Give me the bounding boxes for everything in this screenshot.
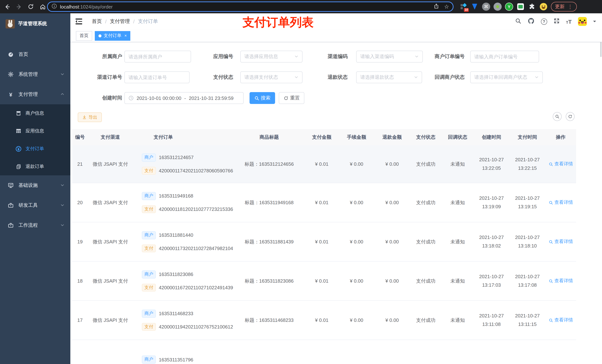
site-info-icon[interactable]: [52, 3, 57, 10]
status-text: 支付成功: [410, 145, 442, 183]
table-header-row: 编号 支付渠道 支付订单 商品标题 支付金额 手续金额 退款金额 支付状态 回调…: [72, 129, 576, 145]
date-end-value: 2021-10-31 23:59:59: [189, 95, 233, 101]
table-row: 19 微信 JSAPI 支付 商户1635311881440 支付4200001…: [72, 222, 576, 261]
app-no-select[interactable]: 请选择应用信息: [240, 51, 302, 62]
header-search-icon[interactable]: [515, 18, 521, 25]
sidebar-item-infrastructure[interactable]: 基础设施: [0, 175, 70, 195]
sidebar: 芋道管理系统 首页 系统管理: [0, 13, 70, 364]
font-size-icon[interactable]: TT: [566, 18, 572, 25]
extension-command-icon[interactable]: ⌘: [482, 3, 490, 11]
pay-badge: 支付: [142, 283, 156, 291]
sidebar-item-pay-order[interactable]: 支付订单: [0, 140, 70, 157]
merchant-badge: 商户: [142, 310, 156, 318]
chevron-down-icon: [60, 203, 64, 208]
sidebar-toggle-icon[interactable]: [75, 19, 82, 24]
browser-back-button[interactable]: [2, 2, 12, 11]
extension-kite-icon[interactable]: [471, 3, 479, 11]
pay-status-select[interactable]: 请选择支付状态: [240, 71, 302, 83]
view-detail-link[interactable]: 查看详情: [548, 278, 573, 284]
grid-icon: [16, 128, 22, 134]
bookmark-star-icon[interactable]: ☆: [444, 3, 449, 10]
toggle-search-button[interactable]: [553, 112, 562, 121]
col-fee: 手续金额: [339, 134, 374, 141]
avatar-caret-down-icon[interactable]: [593, 21, 596, 24]
url-text: localhost:1024/pay/order: [60, 4, 113, 10]
user-avatar[interactable]: [578, 17, 587, 26]
breadcrumb-payment[interactable]: 支付管理: [110, 18, 130, 25]
browser-menu-dots-icon[interactable]: ⋮: [568, 4, 573, 10]
merchant-badge: 商户: [142, 355, 156, 364]
extensions-puzzle-icon[interactable]: [528, 3, 536, 11]
extension-chat-icon[interactable]: [516, 3, 525, 11]
sidebar-item-system[interactable]: 系统管理: [0, 64, 70, 84]
address-bar[interactable]: localhost:1024/pay/order ☆: [47, 1, 453, 12]
table-row: 18 微信 JSAPI 支付 商户1635311823086 支付4200001…: [72, 261, 576, 301]
reset-button[interactable]: 重置: [279, 92, 304, 104]
col-paid: 支付时间: [509, 134, 545, 141]
extension-blocker-icon[interactable]: 10: [459, 3, 467, 11]
page-content: 所属商户 应用编号 请选择应用信息 渠道编码 请输入渠道编码 商户订单编号: [70, 42, 602, 364]
monitor-chart-icon: [8, 182, 14, 188]
breadcrumb-current: 支付订单: [138, 18, 158, 25]
sidebar-item-workflow[interactable]: 工作流程: [0, 215, 70, 235]
table-row: 商户1635311351796: [72, 340, 576, 364]
app-logo[interactable]: 芋道管理系统: [0, 13, 70, 34]
yen-circle-icon: [16, 146, 22, 152]
sidebar-item-home[interactable]: 首页: [0, 44, 70, 64]
filter-label-notify-status: 回调商户状态: [413, 71, 465, 83]
chevron-down-icon: [535, 74, 539, 80]
merchant-badge: 商户: [142, 231, 156, 239]
tag-home[interactable]: 首页: [76, 31, 92, 41]
search-button[interactable]: 搜索: [249, 92, 275, 104]
extension-record-icon[interactable]: [494, 3, 502, 11]
view-detail-link[interactable]: 查看详情: [548, 239, 573, 245]
status-text: 支付成功: [410, 301, 442, 340]
browser-profile-avatar[interactable]: [539, 3, 548, 11]
filter-label-channel-order-no: 渠道订单号: [70, 71, 122, 83]
document-icon: [16, 164, 22, 169]
merchant-filter-input[interactable]: [124, 51, 191, 62]
browser-home-button[interactable]: [38, 2, 47, 11]
chevron-down-icon: [60, 183, 64, 188]
view-detail-link[interactable]: 查看详情: [548, 199, 573, 206]
browser-reload-button[interactable]: [26, 2, 35, 11]
channel-order-no-input[interactable]: [124, 71, 190, 83]
breadcrumb-home[interactable]: 首页: [92, 18, 102, 25]
merchant-badge: 商户: [142, 270, 156, 278]
help-icon[interactable]: ?: [541, 18, 547, 25]
col-title: 商品标题: [234, 134, 305, 141]
sidebar-item-merchant-info[interactable]: 商户信息: [0, 104, 70, 122]
tag-pay-order[interactable]: 支付订单 ×: [95, 31, 130, 41]
fullscreen-icon[interactable]: [553, 18, 559, 25]
briefcase-icon: [8, 222, 14, 228]
github-icon[interactable]: [527, 17, 534, 26]
refund-status-select[interactable]: 请选择退款状态: [356, 71, 422, 83]
browser-forward-button[interactable]: [14, 2, 24, 11]
col-pay-order: 支付订单: [133, 134, 234, 141]
extension-y-icon[interactable]: Y: [505, 3, 513, 11]
browser-toolbar: localhost:1024/pay/order ☆ 10 ⌘ Y: [0, 0, 602, 13]
share-icon[interactable]: [433, 3, 439, 10]
filter-label-merchant: 所属商户: [70, 51, 122, 62]
tag-close-icon[interactable]: ×: [124, 34, 127, 38]
clock-icon: [129, 95, 134, 101]
sidebar-item-dev-tools[interactable]: 研发工具: [0, 195, 70, 215]
view-detail-link[interactable]: 查看详情: [548, 161, 573, 167]
chevron-down-icon: [60, 222, 64, 228]
browser-update-menu-button[interactable]: 更新 ⋮: [551, 2, 577, 11]
col-status: 支付状态: [410, 134, 442, 141]
sidebar-item-app-info[interactable]: 应用信息: [0, 122, 70, 140]
date-range-separator: -: [184, 95, 186, 101]
export-button[interactable]: 导出: [78, 113, 102, 122]
sidebar-item-refund-order[interactable]: 退款订单: [0, 157, 70, 175]
create-time-range-picker[interactable]: 2021-10-01 00:00:00 - 2021-10-31 23:59:5…: [124, 92, 244, 104]
merchant-order-no-input[interactable]: [470, 51, 539, 62]
sidebar-item-payment[interactable]: ¥ 支付管理: [0, 84, 70, 104]
col-created: 创建时间: [473, 134, 509, 141]
status-text: 支付成功: [410, 261, 442, 300]
chevron-up-icon: [60, 92, 64, 97]
page-title-annotation: 支付订单列表: [243, 14, 314, 31]
view-detail-link[interactable]: 查看详情: [548, 317, 573, 323]
refresh-table-button[interactable]: [566, 112, 575, 121]
notify-status-select[interactable]: 请选择订单回调商户状态: [470, 71, 543, 83]
